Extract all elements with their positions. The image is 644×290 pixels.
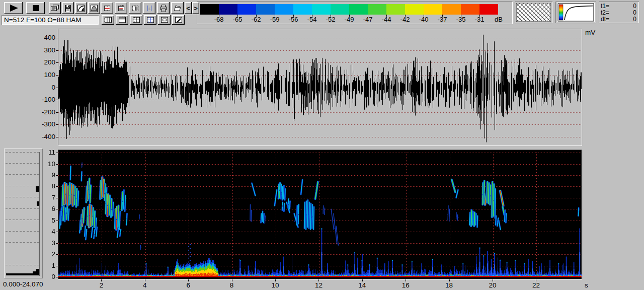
colorbar-tick-label: -37 xyxy=(433,16,451,23)
svg-text:s: s xyxy=(148,6,150,11)
edit-icon xyxy=(172,15,185,25)
colorbar-segment xyxy=(219,4,237,15)
colorbar-tick-label: -31 xyxy=(470,16,489,23)
grid-v-icon xyxy=(102,15,114,25)
wf-y-tick xyxy=(56,62,58,63)
colorbar-segment xyxy=(479,4,498,15)
sg-x-tick-label: 18 xyxy=(442,281,457,289)
wf-y-tick-label: 200 xyxy=(31,58,55,66)
spectrogram-canvas[interactable] xyxy=(58,150,582,278)
view-spectrogram-button[interactable] xyxy=(129,2,141,14)
sg-y-tick-label: 6 xyxy=(31,205,55,213)
chevron-left-icon: < xyxy=(185,2,192,14)
sg-x-tick xyxy=(406,279,406,281)
colorbar-tick-label: -56 xyxy=(284,16,302,23)
cursor-time-panel: t1=0t2=0dt=0 xyxy=(599,2,639,23)
grid-cross-time-button[interactable] xyxy=(144,15,156,25)
sg-y-tick xyxy=(56,164,58,165)
scroll-left-button[interactable]: < xyxy=(185,2,192,14)
oscillogram-canvas[interactable] xyxy=(58,29,582,146)
grid-cross-button[interactable] xyxy=(130,15,142,25)
grid-cross-blue-icon xyxy=(144,15,156,25)
sg-y-tick-label: 10 xyxy=(31,160,55,168)
sg-y-tick-label: 4 xyxy=(31,228,55,236)
sg-y-tick-label: 0 xyxy=(31,273,55,281)
window-function-button[interactable] xyxy=(88,2,100,14)
annotate-button[interactable] xyxy=(172,15,185,25)
sg-x-tick-label: 10 xyxy=(268,281,283,289)
sg-y-tick-label: 7 xyxy=(31,194,55,202)
box-redline-icon xyxy=(101,2,113,14)
view-section-button[interactable]: s xyxy=(143,2,155,14)
time-range-label: 0.000-24.070 xyxy=(3,280,43,288)
sg-x-tick-label: 6 xyxy=(181,281,196,289)
sg-y-tick-label: 9 xyxy=(31,171,55,179)
curve-icon xyxy=(75,2,87,14)
sg-y-tick-label: 2 xyxy=(31,250,55,258)
wf-y-tick xyxy=(56,38,58,38)
colorbar-tick-label: -52 xyxy=(321,16,340,23)
wf-y-tick xyxy=(56,112,58,113)
grid-horizontal-button[interactable] xyxy=(116,15,128,25)
colorbar-segment xyxy=(237,4,256,15)
sg-x-tick xyxy=(101,279,102,281)
sg-x-tick-label: 12 xyxy=(311,281,326,289)
play-button[interactable] xyxy=(4,2,23,14)
sg-x-tick xyxy=(493,279,493,281)
stop-button[interactable] xyxy=(26,2,45,14)
box-checker-icon xyxy=(129,2,141,14)
sg-x-tick-label: 20 xyxy=(485,281,500,289)
sg-x-tick-label: 16 xyxy=(398,281,413,289)
colorbar-tick-label: -62 xyxy=(247,16,265,23)
colorbar-tick-label: -40 xyxy=(415,16,433,23)
sg-y-tick xyxy=(56,243,58,244)
sg-x-tick xyxy=(318,279,319,281)
view-oscillogram-button[interactable] xyxy=(101,2,113,14)
sg-x-tick xyxy=(362,279,363,281)
colorbar-tick-label: -47 xyxy=(359,16,377,23)
colorbar-segment xyxy=(405,4,424,15)
sg-y-tick-label: 11 xyxy=(31,149,55,157)
sg-y-tick-label: 8 xyxy=(31,182,55,190)
save-button[interactable] xyxy=(62,2,74,14)
sg-y-tick xyxy=(56,277,58,277)
colorbar-tick-label: -65 xyxy=(228,16,247,23)
print-button[interactable] xyxy=(157,2,170,14)
colorbar-segment xyxy=(293,4,312,15)
transfer-curve-button[interactable] xyxy=(75,2,87,14)
transfer-curve-box[interactable] xyxy=(555,2,596,23)
grid-vertical-button[interactable] xyxy=(102,15,114,25)
colorbar-segment xyxy=(256,4,275,15)
colorbar-segment xyxy=(200,4,219,15)
s-lines-icon: s xyxy=(143,2,155,14)
t1-label: t1= xyxy=(601,3,609,10)
view-ruler-button[interactable] xyxy=(115,2,127,14)
box-ruler-icon xyxy=(115,2,127,14)
zoom-box-button[interactable] xyxy=(158,15,171,25)
sg-y-tick xyxy=(56,198,58,198)
colorbar-tick-label: -54 xyxy=(303,16,321,23)
sg-y-tick xyxy=(56,266,58,266)
wf-y-tick-label: -200 xyxy=(31,108,55,116)
play-icon xyxy=(4,2,23,14)
wf-y-tick xyxy=(56,137,58,137)
sg-y-tick xyxy=(56,175,58,176)
sg-y-tick-label: 3 xyxy=(31,239,55,247)
oscillogram-panel xyxy=(58,29,582,146)
sg-x-tick-label: 14 xyxy=(355,281,370,289)
open-file-button[interactable] xyxy=(171,2,184,14)
colorbar-segment xyxy=(442,4,461,15)
wf-y-tick-label: 100 xyxy=(31,71,55,79)
grid-cross-icon xyxy=(130,15,142,25)
sg-x-tick xyxy=(536,279,536,281)
printer-icon xyxy=(157,2,170,14)
sg-x-tick xyxy=(145,279,145,281)
waveform-overview-box[interactable] xyxy=(515,2,552,23)
monitor-display-button[interactable] xyxy=(49,2,61,14)
colorbar-tick-label: -68 xyxy=(210,16,228,23)
dt-row: dt=0 xyxy=(601,16,636,23)
transfer-curve-icon xyxy=(557,3,595,22)
colorbar-panel: dB -68-65-62-59-56-54-52-49-47-44-42-40-… xyxy=(197,1,513,24)
seconds-unit-label: s xyxy=(585,281,588,289)
floppy-icon xyxy=(62,2,74,14)
